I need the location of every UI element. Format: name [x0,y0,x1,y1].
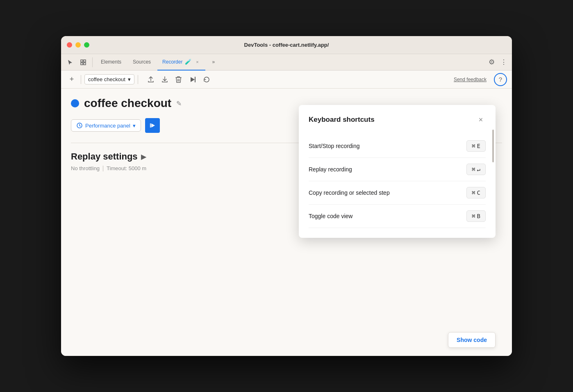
titlebar: DevTools - coffee-cart.netlify.app/ [61,36,512,54]
svg-rect-0 [81,60,83,62]
devtools-tabbar: Elements Sources Recorder 🧪 × » ⚙ ⋮ [61,54,512,71]
shortcut-char-3: B [477,213,480,219]
tab-sources[interactable]: Sources [128,54,156,71]
shortcut-key-3: ⌘ B [466,210,486,222]
more-options-icon[interactable]: ⋮ [499,57,509,68]
popup-scrollbar[interactable] [492,130,494,162]
shortcut-key-2: ⌘ C [466,187,486,198]
replay-info-separator [103,166,103,171]
play-step-button[interactable] [186,73,199,86]
performance-panel-button[interactable]: Performance panel ▾ [71,119,141,132]
delete-button[interactable] [173,73,185,86]
chevron-down-icon: ▾ [128,76,131,82]
shortcuts-close-button[interactable]: × [476,115,486,125]
tab-elements[interactable]: Elements [96,54,126,71]
flask-icon: 🧪 [185,59,191,65]
shortcut-label-3: Toggle code view [309,213,352,219]
shortcut-char-0: E [477,143,480,149]
toolbar-separator-1 [92,57,93,67]
shortcut-row-2: Copy recording or selected step ⌘ C [309,181,486,205]
traffic-lights [67,42,89,48]
export-button[interactable] [145,73,157,86]
keyboard-shortcuts-popup: Keyboard shortcuts × Start/Stop recordin… [299,105,496,238]
inspect-icon[interactable] [77,57,89,68]
cursor-icon[interactable] [64,57,76,68]
maximize-button[interactable] [84,42,89,48]
performance-panel-label: Performance panel [85,123,130,129]
shortcut-label-1: Replay recording [309,166,352,173]
recording-status-dot [71,99,79,107]
shortcuts-popup-title: Keyboard shortcuts [309,116,375,124]
minimize-button[interactable] [75,42,81,48]
tab-close-icon[interactable]: × [194,59,200,65]
shortcut-cmd-3: ⌘ [472,213,475,219]
shortcut-char-1: ↵ [477,166,480,173]
shortcut-label-0: Start/Stop recording [309,143,360,149]
recording-select-name: coffee checkout [88,76,125,82]
edit-name-icon[interactable]: ✎ [176,100,182,107]
svg-rect-3 [84,63,86,65]
shortcut-cmd-2: ⌘ [472,189,475,196]
tab-recorder[interactable]: Recorder 🧪 × [157,54,205,71]
shortcut-row-1: Replay recording ⌘ ↵ [309,158,486,181]
replay-button[interactable] [200,73,213,86]
timeout-label: Timeout: 5000 m [107,165,146,171]
svg-rect-2 [81,63,83,65]
settings-icon[interactable]: ⚙ [486,57,497,68]
recorder-content: coffee checkout ✎ Performance panel ▾ [61,89,512,356]
recorder-toolbar: + coffee checkout ▾ [61,71,512,89]
help-button[interactable]: ? [494,73,507,86]
import-button[interactable] [159,73,171,86]
tab-more[interactable]: » [207,54,220,71]
shortcut-row-0: Start/Stop recording ⌘ E [309,134,486,158]
devtools-window: DevTools - coffee-cart.netlify.app/ Elem… [61,36,512,356]
recording-selector[interactable]: coffee checkout ▾ [84,74,134,84]
shortcut-key-1: ⌘ ↵ [466,164,486,175]
shortcuts-popup-header: Keyboard shortcuts × [309,115,486,125]
svg-rect-5 [150,123,151,128]
recorder-separator-1 [81,75,81,84]
recorder-actions [145,73,213,86]
replay-settings-arrow-icon[interactable]: ▶ [141,153,146,161]
shortcut-row-3: Toggle code view ⌘ B [309,205,486,228]
close-button[interactable] [67,42,72,48]
send-feedback-link[interactable]: Send feedback [454,77,487,82]
perf-panel-chevron-icon: ▾ [133,123,136,129]
svg-rect-1 [84,60,86,62]
start-replay-button[interactable] [145,118,160,133]
shortcut-cmd-0: ⌘ [472,143,475,149]
shortcut-char-2: C [477,189,480,196]
show-code-button[interactable]: Show code [448,332,496,348]
recording-name: coffee checkout [84,97,171,110]
window-title: DevTools - coffee-cart.netlify.app/ [244,42,329,48]
show-code-container: Show code [448,332,496,348]
recorder-separator-2 [138,75,138,84]
question-icon: ? [499,76,502,83]
add-recording-button[interactable]: + [66,74,77,85]
shortcut-key-0: ⌘ E [466,140,486,152]
shortcut-cmd-1: ⌘ [472,166,475,173]
no-throttling-label: No throttling [71,165,100,171]
shortcut-label-2: Copy recording or selected step [309,189,390,196]
